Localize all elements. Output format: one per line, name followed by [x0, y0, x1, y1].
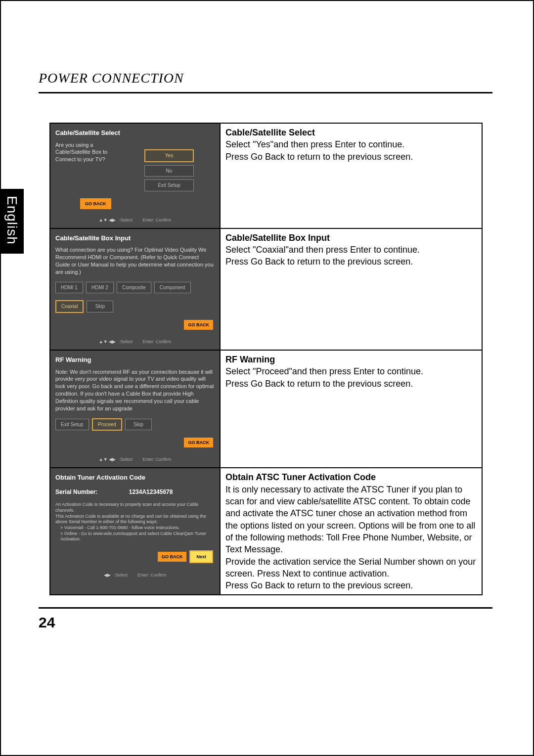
nav-hint-bar: ◀▶ :Select Enter: Confirm — [55, 570, 215, 578]
no-button[interactable]: No — [144, 165, 194, 177]
skip-button[interactable]: Skip — [87, 301, 113, 312]
instr-body: It is only necessary to activate the ATS… — [225, 485, 476, 590]
activation-note-2: This Activation Code is available at no … — [55, 514, 215, 525]
component-button[interactable]: Component — [154, 282, 191, 294]
table-row: Cable/Satellite Box Input What connectio… — [50, 228, 482, 350]
instr-title: Obtain ATSC Tuner Activation Code — [225, 472, 376, 482]
title-rule — [39, 92, 492, 93]
instr-title: Cable/Satellite Select — [225, 128, 315, 137]
content-table: Cable/Satellite Select Are you using a C… — [49, 123, 483, 595]
coaxial-button[interactable]: Coaxial — [55, 300, 84, 313]
activation-note-3: > Voicemail - Call 1-800-701-0680 - foll… — [60, 525, 215, 531]
screenshot-title: Obtain Tuner Activation Code — [55, 473, 215, 482]
instr-body: Select "Coaxial"and then press Enter to … — [225, 245, 420, 267]
serial-row: Serial Number: 1234A12345678 — [55, 488, 215, 496]
instr-title: RF Warning — [225, 355, 275, 364]
screenshot-cable-box-input: Cable/Satellite Box Input What connectio… — [50, 228, 220, 350]
instr-body: Select "Yes"and then press Enter to cont… — [225, 139, 413, 161]
go-back-button[interactable]: GO BACK — [184, 438, 213, 447]
nav-hint-bar: ▲▼ ◀▶ :Select Enter: Confirm — [55, 215, 215, 223]
confirm-hint: Enter: Confirm — [137, 573, 166, 578]
next-button[interactable]: Next — [189, 550, 213, 563]
instr-title: Cable/Satellite Box Input — [225, 233, 330, 243]
language-tab: English — [0, 189, 24, 254]
section-title: POWER CONNECTION — [39, 70, 184, 86]
page: POWER CONNECTION English Cable/Satellite… — [0, 0, 534, 756]
instruction-rf-warning: RF Warning Select "Proceed"and then pres… — [220, 350, 482, 468]
table-row: Cable/Satellite Select Are you using a C… — [50, 123, 482, 228]
screenshot-title: RF Warning — [55, 356, 215, 364]
arrows-icon: ▲▼ ◀▶ — [99, 218, 116, 222]
serial-value: 1234A12345678 — [129, 489, 173, 495]
go-back-button[interactable]: GO BACK — [184, 320, 213, 330]
activation-note-1: An Activation Code is necessary to prope… — [55, 502, 215, 513]
instruction-cable-box-input: Cable/Satellite Box Input Select "Coaxia… — [220, 228, 482, 350]
screenshot-cable-satellite-select: Cable/Satellite Select Are you using a C… — [50, 123, 220, 228]
activation-note-4: > Online - Go to www.wde.com/support and… — [60, 531, 215, 542]
nav-hint-bar: ▲▼ ◀▶ :Select Enter: Confirm — [55, 454, 215, 462]
composite-button[interactable]: Composite — [117, 282, 151, 294]
confirm-hint: Enter: Confirm — [142, 339, 171, 344]
arrows-lr-icon: ◀▶ — [104, 573, 111, 578]
screenshot-rf-warning: RF Warning Note: We don't recommend RF a… — [50, 350, 220, 468]
select-hint: :Select — [119, 457, 133, 462]
instruction-cable-satellite-select: Cable/Satellite Select Select "Yes"and t… — [220, 123, 482, 228]
select-hint: :Select — [114, 573, 128, 578]
screenshot-body: What connection are you using? For Optim… — [55, 246, 215, 275]
confirm-hint: Enter: Confirm — [142, 457, 171, 462]
nav-hint-bar: ▲▼ ◀▶ :Select Enter: Confirm — [55, 337, 215, 345]
arrows-icon: ▲▼ ◀▶ — [99, 457, 116, 462]
instr-body: Select "Proceed"and then press Enter to … — [225, 366, 423, 388]
exit-setup-button[interactable]: Exit Setup — [55, 419, 89, 431]
go-back-button[interactable]: GO BACK — [158, 552, 187, 562]
hdmi1-button[interactable]: HDMI 1 — [55, 282, 83, 294]
screenshot-title: Cable/Satellite Box Input — [55, 234, 215, 243]
table-row: Obtain Tuner Activation Code Serial Numb… — [50, 468, 482, 595]
select-hint: :Select — [119, 339, 133, 344]
instruction-activation-code: Obtain ATSC Tuner Activation Code It is … — [220, 468, 482, 595]
screenshot-title: Cable/Satellite Select — [55, 129, 215, 137]
exit-setup-button[interactable]: Exit Setup — [144, 179, 194, 191]
screenshot-body: Note: We don't recommend RF as your conn… — [55, 368, 215, 412]
hdmi2-button[interactable]: HDMI 2 — [86, 282, 114, 294]
go-back-button[interactable]: GO BACK — [80, 198, 111, 209]
page-number: 24 — [39, 614, 55, 631]
footer-rule — [39, 607, 492, 609]
arrows-icon: ▲▼ ◀▶ — [99, 339, 116, 344]
proceed-button[interactable]: Proceed — [92, 418, 122, 431]
table-row: RF Warning Note: We don't recommend RF a… — [50, 350, 482, 468]
screenshot-body: Are you using a Cable/Satellite Box to C… — [55, 141, 125, 164]
yes-button[interactable]: Yes — [144, 149, 194, 162]
screenshot-activation-code: Obtain Tuner Activation Code Serial Numb… — [50, 468, 220, 595]
skip-button[interactable]: Skip — [125, 419, 152, 431]
serial-label: Serial Number: — [55, 489, 97, 495]
confirm-hint: Enter: Confirm — [142, 218, 171, 222]
select-hint: :Select — [119, 218, 133, 222]
